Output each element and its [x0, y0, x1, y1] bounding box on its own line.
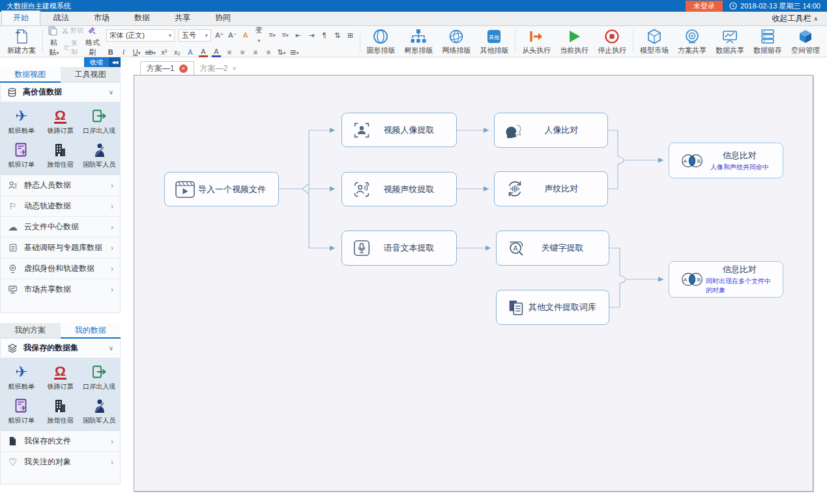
node-import-video[interactable]: 导入一个视频文件 [164, 172, 279, 206]
dataset-flight-manifest[interactable]: ✈ 航班舱单 [2, 105, 41, 137]
subscript-icon[interactable]: x₂ [173, 48, 182, 57]
sort-icon[interactable]: ⇅ [333, 31, 342, 40]
circle-layout-button[interactable]: 圆形排版 [362, 27, 399, 56]
show-marks-icon[interactable]: ⊞ [346, 31, 355, 40]
dataset-border-entry-exit[interactable]: 口岸出入境 [80, 361, 119, 393]
category-static-personnel[interactable]: 静态人员数据 › [1, 175, 120, 196]
workspace: 方案—1 × 方案—2 × [134, 62, 814, 493]
other-layout-button[interactable]: 其他 其他排版 [475, 27, 513, 56]
format-painter-button[interactable]: 格式刷 [85, 38, 101, 57]
data-retention-button[interactable]: 数据留存 [749, 27, 787, 56]
dataset-rail-ticket[interactable]: Ω 铁路订票 [41, 361, 80, 393]
dataset-flight-order[interactable]: ✈ 航班订单 [2, 139, 41, 171]
close-tab-icon[interactable]: × [179, 64, 188, 73]
ribbon-tab-start[interactable]: 开始 [1, 10, 40, 25]
category-cloud-file-center[interactable]: ☁ 云文件中心数据 › [1, 217, 120, 238]
run-current-button[interactable]: 当前执行 [555, 27, 593, 56]
data-share-button[interactable]: 数据共享 [711, 27, 749, 56]
ribbon-tab-tactics[interactable]: 战法 [42, 10, 81, 25]
superscript-icon[interactable]: x² [160, 48, 169, 57]
model-market-button[interactable]: 模型市场 [635, 27, 673, 56]
dataset-hotel-stay[interactable]: 旅馆住宿 [41, 395, 80, 427]
ribbon-tab-collab[interactable]: 协同 [203, 10, 242, 25]
node-info-compare-1[interactable]: AB 信息比对 人像和声纹共同命中 [669, 143, 783, 178]
dataset-military-personnel[interactable]: 国防军人员 [80, 395, 119, 427]
new-plan-button[interactable]: 新建方案 [3, 27, 40, 56]
font-family-select[interactable]: 宋体 (正文)▾ [106, 29, 175, 42]
increase-indent-icon[interactable]: ⇥ [307, 31, 316, 40]
ribbon-tab-market[interactable]: 市场 [82, 10, 121, 25]
italic-icon[interactable]: I [119, 48, 128, 57]
align-justify-icon[interactable]: ≡ [264, 48, 273, 57]
node-video-voiceprint-extract[interactable]: 视频声纹提取 [341, 172, 457, 206]
dataset-flight-manifest[interactable]: ✈ 航班舱单 [2, 361, 41, 393]
strikethrough-icon[interactable]: ab▾ [145, 48, 156, 58]
tab-my-plans[interactable]: 我的方案 [0, 323, 61, 339]
shrink-font-icon[interactable]: A⁻ [228, 31, 237, 40]
close-tab-icon[interactable]: × [232, 64, 236, 72]
grow-font-icon[interactable]: A⁺ [215, 31, 224, 40]
stop-execution-button[interactable]: 停止执行 [593, 27, 631, 56]
underline-icon[interactable]: U▾ [132, 48, 141, 58]
format-painter-icon[interactable] [87, 26, 96, 35]
node-other-files-lexicon[interactable]: 其他文件提取词库 [496, 290, 609, 325]
sidebar-collapse-button[interactable]: 收缩 ◀◀ [84, 57, 121, 67]
line-spacing-icon[interactable]: ⇅▾ [277, 48, 286, 58]
dataset-flight-order[interactable]: ✈ 航班订单 [2, 395, 41, 427]
text-effects-icon[interactable]: A [186, 48, 195, 57]
run-from-start-button[interactable]: 从头执行 [517, 27, 555, 56]
text-direction-icon[interactable]: ¶ [320, 31, 329, 40]
paste-icon[interactable] [48, 25, 58, 36]
tab-tool-view[interactable]: 工具视图 [61, 67, 121, 83]
clear-format-icon[interactable]: A [241, 31, 250, 40]
font-size-select[interactable]: 五号▾ [179, 29, 211, 42]
voiceprint-compare-icon [504, 178, 526, 200]
dataset-military-personnel[interactable]: 国防军人员 [80, 139, 119, 171]
railway-icon: Ω [54, 363, 66, 381]
dataset-rail-ticket[interactable]: Ω 铁路订票 [41, 105, 80, 137]
network-layout-button[interactable]: 网络排版 [437, 27, 475, 56]
tab-my-data[interactable]: 我的数据 [61, 323, 121, 339]
node-voiceprint-compare[interactable]: 声纹比对 [494, 171, 608, 206]
link-my-followed-objects[interactable]: ♡ 我关注的对象 › [1, 452, 120, 472]
space-management-button[interactable]: 空间管理 [787, 27, 824, 56]
file-icon [7, 436, 18, 446]
font-color-icon[interactable]: A [212, 48, 221, 57]
category-market-shared-data[interactable]: 市场共享数据 › [1, 279, 120, 300]
collapse-toolbar-button[interactable]: 收起工具栏 ∧ [772, 13, 827, 25]
shading-icon[interactable]: ⊞▾ [290, 48, 299, 58]
align-right-icon[interactable]: ≡ [251, 48, 260, 57]
numbered-list-icon[interactable]: ≡▾ [281, 30, 290, 40]
ribbon-tab-data[interactable]: 数据 [123, 10, 162, 25]
align-left-icon[interactable]: ≡ [225, 48, 234, 57]
plan-tab-1[interactable]: 方案—1 × [140, 61, 194, 75]
bullet-list-icon[interactable]: ≡▾ [268, 30, 277, 40]
login-status-badge[interactable]: 未登录 [686, 1, 723, 12]
tree-layout-button[interactable]: 树形排版 [399, 27, 437, 56]
section-saved-datasets[interactable]: 我保存的数据集 ∨ [1, 339, 120, 358]
category-dynamic-trajectory[interactable]: ⚐ 动态轨迹数据 › [1, 196, 120, 217]
paste-button[interactable]: 粘贴▾ [48, 38, 61, 58]
plan-tab-2[interactable]: 方案—2 × [194, 62, 242, 75]
node-face-compare[interactable]: 人像比对 [494, 113, 608, 148]
node-video-face-extract[interactable]: 视频人像提取 [341, 113, 457, 147]
node-speech-to-text[interactable]: 语音文本提取 [341, 231, 457, 266]
data-retention-icon [759, 27, 776, 45]
link-my-saved-files[interactable]: 我保存的文件 › [1, 431, 120, 452]
node-keyword-extract[interactable]: A 关键字提取 [496, 231, 609, 266]
dataset-border-entry-exit[interactable]: 口岸出入境 [80, 105, 119, 137]
category-research-library[interactable]: 基础调研与专题库数据 › [1, 238, 120, 259]
category-virtual-identity[interactable]: 虚拟身份和轨迹数据 › [1, 259, 120, 279]
decrease-indent-icon[interactable]: ⇤ [294, 31, 303, 40]
ribbon-tab-share[interactable]: 共享 [163, 10, 202, 25]
highlight-color-icon[interactable]: A [199, 48, 208, 57]
align-center-icon[interactable]: ≡ [238, 48, 247, 57]
dataset-hotel-stay[interactable]: 旅馆住宿 [41, 139, 80, 171]
flow-canvas[interactable]: 导入一个视频文件 视频人像提取 视频声纹提取 语音文本提取 人像比对 [134, 75, 813, 492]
bold-icon[interactable]: B [106, 48, 115, 57]
node-info-compare-2[interactable]: AB 信息比对 同时出现在多个文件中的对象 [669, 261, 783, 298]
ruby-guide-icon[interactable]: 变▾ [254, 25, 264, 46]
plan-share-button[interactable]: 方案共享 [673, 27, 711, 56]
section-high-value-data[interactable]: 高价值数据 ∨ [1, 83, 120, 102]
tab-data-view[interactable]: 数据视图 [0, 67, 61, 83]
